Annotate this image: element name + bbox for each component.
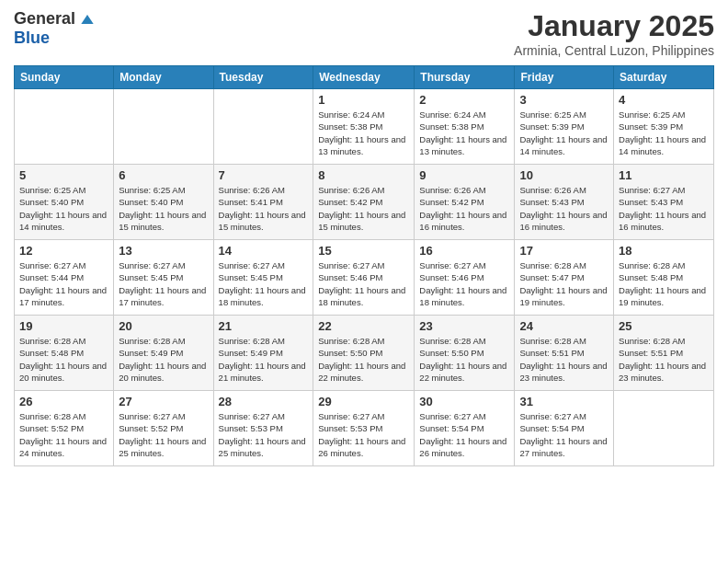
table-row: 5 Sunrise: 6:25 AMSunset: 5:40 PMDayligh…	[15, 165, 114, 240]
day-info: Sunrise: 6:28 AMSunset: 5:51 PMDaylight:…	[519, 335, 609, 384]
title-block: January 2025 Arminia, Central Luzon, Phi…	[514, 9, 714, 58]
day-number: 3	[519, 93, 609, 107]
day-number: 14	[219, 244, 309, 258]
day-number: 17	[519, 244, 609, 258]
day-info: Sunrise: 6:28 AMSunset: 5:52 PMDaylight:…	[19, 410, 108, 459]
table-row: 6 Sunrise: 6:25 AMSunset: 5:40 PMDayligh…	[114, 165, 213, 240]
day-info: Sunrise: 6:27 AMSunset: 5:46 PMDaylight:…	[419, 259, 509, 308]
day-number: 30	[419, 395, 509, 408]
day-info: Sunrise: 6:28 AMSunset: 5:48 PMDaylight:…	[619, 259, 709, 308]
day-info: Sunrise: 6:28 AMSunset: 5:47 PMDaylight:…	[519, 259, 609, 308]
day-info: Sunrise: 6:24 AMSunset: 5:38 PMDaylight:…	[318, 109, 409, 157]
logo-icon	[78, 10, 97, 29]
calendar-week-row: 5 Sunrise: 6:25 AMSunset: 5:40 PMDayligh…	[15, 165, 714, 240]
calendar-week-row: 26 Sunrise: 6:28 AMSunset: 5:52 PMDaylig…	[15, 391, 714, 466]
day-number: 21	[219, 319, 309, 333]
day-number: 31	[519, 395, 609, 408]
logo: General Blue	[14, 9, 97, 48]
table-row: 24 Sunrise: 6:28 AMSunset: 5:51 PMDaylig…	[515, 316, 614, 391]
day-number: 29	[318, 395, 409, 408]
day-info: Sunrise: 6:28 AMSunset: 5:50 PMDaylight:…	[318, 335, 409, 384]
day-info: Sunrise: 6:27 AMSunset: 5:46 PMDaylight:…	[318, 259, 409, 308]
table-row: 3 Sunrise: 6:25 AMSunset: 5:39 PMDayligh…	[515, 89, 614, 165]
calendar-week-row: 12 Sunrise: 6:27 AMSunset: 5:44 PMDaylig…	[15, 240, 714, 316]
calendar-table: Sunday Monday Tuesday Wednesday Thursday…	[14, 65, 714, 466]
day-info: Sunrise: 6:28 AMSunset: 5:49 PMDaylight:…	[219, 335, 309, 384]
day-number: 9	[419, 168, 509, 182]
page: General Blue January 2025 Arminia, Centr…	[0, 0, 728, 563]
day-number: 7	[219, 168, 309, 182]
col-sunday: Sunday	[15, 66, 114, 89]
calendar-header-row: Sunday Monday Tuesday Wednesday Thursday…	[15, 66, 714, 89]
day-info: Sunrise: 6:27 AMSunset: 5:45 PMDaylight:…	[219, 259, 309, 308]
table-row: 31 Sunrise: 6:27 AMSunset: 5:54 PMDaylig…	[515, 391, 614, 466]
day-number: 25	[619, 319, 709, 333]
table-row: 26 Sunrise: 6:28 AMSunset: 5:52 PMDaylig…	[15, 391, 114, 466]
table-row: 18 Sunrise: 6:28 AMSunset: 5:48 PMDaylig…	[614, 240, 714, 316]
day-number: 13	[119, 244, 208, 258]
day-number: 15	[318, 244, 409, 258]
day-number: 5	[19, 168, 108, 182]
day-number: 16	[419, 244, 509, 258]
day-info: Sunrise: 6:27 AMSunset: 5:53 PMDaylight:…	[318, 410, 409, 459]
table-row: 20 Sunrise: 6:28 AMSunset: 5:49 PMDaylig…	[114, 316, 213, 391]
day-number: 8	[318, 168, 409, 182]
location: Arminia, Central Luzon, Philippines	[514, 43, 714, 58]
day-number: 24	[519, 319, 609, 333]
day-number: 10	[519, 168, 609, 182]
day-number: 20	[119, 319, 208, 333]
header: General Blue January 2025 Arminia, Centr…	[14, 9, 714, 58]
calendar-week-row: 19 Sunrise: 6:28 AMSunset: 5:48 PMDaylig…	[15, 316, 714, 391]
col-tuesday: Tuesday	[213, 66, 313, 89]
day-info: Sunrise: 6:25 AMSunset: 5:40 PMDaylight:…	[19, 184, 108, 233]
month-title: January 2025	[514, 9, 714, 43]
col-thursday: Thursday	[415, 66, 515, 89]
day-info: Sunrise: 6:27 AMSunset: 5:54 PMDaylight:…	[519, 410, 609, 459]
day-number: 11	[619, 168, 709, 182]
day-info: Sunrise: 6:28 AMSunset: 5:51 PMDaylight:…	[619, 335, 709, 384]
day-number: 4	[619, 93, 709, 107]
day-info: Sunrise: 6:27 AMSunset: 5:53 PMDaylight:…	[219, 410, 309, 459]
table-row: 16 Sunrise: 6:27 AMSunset: 5:46 PMDaylig…	[415, 240, 515, 316]
day-info: Sunrise: 6:27 AMSunset: 5:54 PMDaylight:…	[419, 410, 509, 459]
day-info: Sunrise: 6:27 AMSunset: 5:43 PMDaylight:…	[619, 184, 709, 233]
table-row: 14 Sunrise: 6:27 AMSunset: 5:45 PMDaylig…	[213, 240, 313, 316]
table-row: 28 Sunrise: 6:27 AMSunset: 5:53 PMDaylig…	[213, 391, 313, 466]
table-row	[213, 89, 313, 165]
day-number: 6	[119, 168, 208, 182]
day-number: 2	[419, 93, 509, 107]
table-row: 4 Sunrise: 6:25 AMSunset: 5:39 PMDayligh…	[614, 89, 714, 165]
day-info: Sunrise: 6:27 AMSunset: 5:44 PMDaylight:…	[19, 259, 108, 308]
table-row: 30 Sunrise: 6:27 AMSunset: 5:54 PMDaylig…	[415, 391, 515, 466]
table-row	[15, 89, 114, 165]
table-row: 2 Sunrise: 6:24 AMSunset: 5:38 PMDayligh…	[415, 89, 515, 165]
day-info: Sunrise: 6:26 AMSunset: 5:42 PMDaylight:…	[419, 184, 509, 233]
day-info: Sunrise: 6:28 AMSunset: 5:48 PMDaylight:…	[19, 335, 108, 384]
col-saturday: Saturday	[614, 66, 714, 89]
table-row: 21 Sunrise: 6:28 AMSunset: 5:49 PMDaylig…	[213, 316, 313, 391]
table-row: 12 Sunrise: 6:27 AMSunset: 5:44 PMDaylig…	[15, 240, 114, 316]
day-info: Sunrise: 6:27 AMSunset: 5:45 PMDaylight:…	[119, 259, 208, 308]
table-row	[614, 391, 714, 466]
logo-general-text: General	[14, 9, 75, 29]
table-row: 17 Sunrise: 6:28 AMSunset: 5:47 PMDaylig…	[515, 240, 614, 316]
day-number: 27	[119, 395, 208, 408]
day-info: Sunrise: 6:26 AMSunset: 5:41 PMDaylight:…	[219, 184, 309, 233]
day-info: Sunrise: 6:26 AMSunset: 5:43 PMDaylight:…	[519, 184, 609, 233]
table-row: 22 Sunrise: 6:28 AMSunset: 5:50 PMDaylig…	[313, 316, 415, 391]
table-row: 1 Sunrise: 6:24 AMSunset: 5:38 PMDayligh…	[313, 89, 415, 165]
table-row: 10 Sunrise: 6:26 AMSunset: 5:43 PMDaylig…	[515, 165, 614, 240]
col-friday: Friday	[515, 66, 614, 89]
day-info: Sunrise: 6:28 AMSunset: 5:49 PMDaylight:…	[119, 335, 208, 384]
logo-blue-text: Blue	[14, 29, 50, 48]
calendar-week-row: 1 Sunrise: 6:24 AMSunset: 5:38 PMDayligh…	[15, 89, 714, 165]
day-info: Sunrise: 6:28 AMSunset: 5:50 PMDaylight:…	[419, 335, 509, 384]
day-info: Sunrise: 6:26 AMSunset: 5:42 PMDaylight:…	[318, 184, 409, 233]
table-row: 19 Sunrise: 6:28 AMSunset: 5:48 PMDaylig…	[15, 316, 114, 391]
day-number: 1	[318, 93, 409, 107]
day-number: 19	[19, 319, 108, 333]
day-info: Sunrise: 6:24 AMSunset: 5:38 PMDaylight:…	[419, 109, 509, 157]
table-row: 23 Sunrise: 6:28 AMSunset: 5:50 PMDaylig…	[415, 316, 515, 391]
col-monday: Monday	[114, 66, 213, 89]
col-wednesday: Wednesday	[313, 66, 415, 89]
